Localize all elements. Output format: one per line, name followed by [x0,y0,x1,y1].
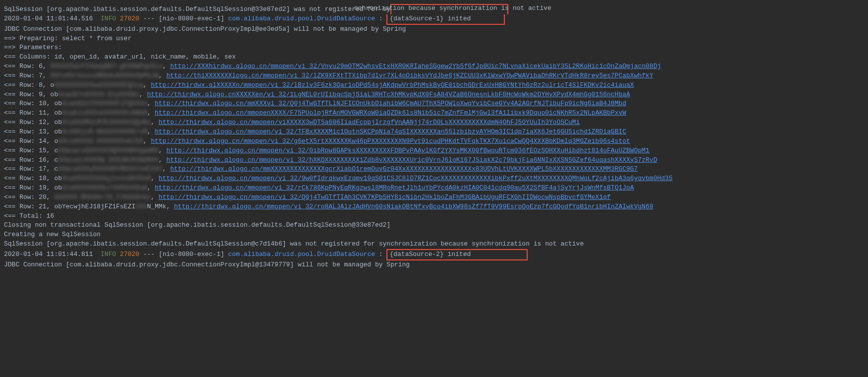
row-prefix: <== Row: 15, c [4,147,58,154]
avatar-url-link[interactable]: http://XXXhirdwx.qlogo.cn/mmopen/vi_32/V… [170,63,661,70]
log-line: Creating a new SqlSession [4,230,864,240]
table-row: <== Row: 6, XXXXXXwvfIXewg9DY-gKXHmPqeXi… [4,62,864,71]
log-line: 2020-01-04 11:01:44.811 INFO 27020 --- [… [4,249,864,260]
log-line: ==> Parameters: [4,43,864,53]
redacted-text: XcwXXXXXXXGcrXXXXXXOuA [62,184,147,191]
table-row: <== Row: 15, cXXecwru8XXXXX5QXXXNXXppmMX… [4,146,864,156]
colon: : [375,251,386,258]
avatar-url-link[interactable]: http://thirdwx.qlogo.cn/mmopen/vi_32/ro8… [174,203,653,210]
highlight-box-1: {dataSource-1} inited [386,14,504,25]
redacted-text: XXecwru8XXXXX5QXXXNXXppmMX [58,147,159,154]
table-row: <== Row: 12, obXcwXXXMULM7ESXXXXXSQvBs, … [4,118,864,127]
pid: 27020 [120,251,139,258]
log-level: INFO [101,15,116,22]
row-prefix: <== Row: 14, o [4,137,58,145]
thread: [nio-8080-exec-1] [159,15,224,22]
row-prefix: <== Row: 10, ob [4,100,62,107]
table-row: <== Row: 8, oXXXXXXXXXXwaXXXXXXFQiLw, ht… [4,81,864,90]
redacted-text: XXX [135,203,147,210]
row-sep: , [139,91,147,98]
avatar-url-link[interactable]: http://thirdwx.qlogo.cn/mmopen/vi_32/TFB… [155,128,626,135]
log-msg: {dataSource-1} inited [389,15,471,22]
logger-name: com.alibaba.druid.pool.DruidDataSource [228,15,375,22]
table-row: <== Row: 21, obYecwjhEJ18jFZ1FsEZIXXXN_M… [4,202,864,212]
avatar-url-link[interactable]: http://thirdwx.qlogo.cn/mmopen/vi_32/hXK… [166,156,657,164]
row-prefix: <== Row: 20, [4,193,54,201]
row-prefix: <== Row: 9, ob [4,91,58,98]
table-row: <== Row: 20, XXXXXX.MXXXbr70_fJXXX6nkc, … [4,193,864,202]
row-mid: N_MMk [147,203,166,210]
table-row: <== Row: 13, obXcXXXjcR-HbXXXXXXXErvM, h… [4,127,864,137]
row-sep: , [166,203,174,210]
avatar-url-link[interactable]: http://thirdwx.qlXXXXXn/mmopen/vi_32/lBz… [151,81,634,89]
avatar-url-link[interactable]: http://thirdwx.qlogo.cn/mmopen/vi_32/Q0j… [159,193,611,201]
redacted-text: XcwXXXXXXXXqjzvxu9XXXa8 [62,175,151,182]
row-sep: , [151,119,159,126]
pid: 27020 [120,15,139,22]
log-line: SqlSession [org.apache.ibatis.session.de… [4,240,864,249]
thread: [nio-8080-exec-1] [159,251,224,258]
row-sep: , [147,109,155,117]
row-prefix: <== Row: 12, ob [4,119,62,126]
row-prefix: <== Row: 16, c [4,156,58,164]
avatar-url-link[interactable]: http://thirdwx.qlogo.cn/mmopen/vi_32/g6e… [151,137,630,145]
avatar-url-link[interactable]: http://thirdwx.qlogo.cn/mmopen/viXXXXX3w… [159,119,580,126]
table-row: <== Row: 19, obXcwXXXXXXXGcrXXXXXXOuA, h… [4,184,864,193]
row-prefix: <== Row: 11, ob [4,109,62,117]
redacted-text: XXXXXXXXXXwaXXXXXXFQiLw [54,81,143,89]
log-line: <== Columns: id, open_id, avatar_url, ni… [4,53,864,62]
row-sep: , [159,72,166,79]
avatar-url-link[interactable]: http://thirdwx.qlogo.cn/mmopen/vi_32/9w0… [159,175,673,182]
sep: --- [143,15,155,22]
redacted-text: XXYoXXrUoxvsMDS4oXXXXk6bPbJA [51,72,159,79]
table-row: <== Row: 18, obXcwXXXXXXXXqjzvxu9XXXa8, … [4,174,864,184]
log-line: ==> Preparing: select * from user [4,34,864,44]
row-sep: , [143,137,151,145]
row-prefix: <== Row: 19, ob [4,184,62,191]
avatar-url-link[interactable]: http://thirdwx.qlogo.cn/mmopen/vi_32/0ib… [166,147,650,154]
avatar-url-link[interactable]: http://thirdwx.qlogo.cn/mmopenXXXX/F75PU… [155,109,626,117]
row-sep: , [151,193,159,201]
row-sep: , [151,175,159,182]
avatar-url-link[interactable]: http://thirdwx.qlogo.cnXXXXXen/vi_32/1Lg… [147,91,630,98]
redacted-text: XcXXXjcR-HbXXXXXXXErvM [62,128,147,135]
avatar-url-link[interactable]: http://thirdwx.qlogo.cn/mmXXXXXXXXXXXXXX… [170,165,638,173]
colon: : [375,15,386,22]
redacted-text: XXecwXXXy5XXXXPFMXXXth4FXXY [58,165,163,173]
avatar-url-link[interactable]: http://thiXXXXXXXlogo.cn/mmopen/vi_32/lZ… [166,72,653,79]
highlight-box-2: {dataSource-2} inited [386,249,528,260]
avatar-url-link[interactable]: http://thirdwx.qlogo.cn/mmopen/vi_32/rCk… [155,184,634,191]
row-sep: , [147,128,155,135]
log-line: Closing non transactional SqlSession [or… [4,221,864,230]
row-prefix: <== Row: 7, [4,72,51,79]
log-line: JDBC Connection [com.alibaba.druid.proxy… [4,25,864,34]
redacted-text: XcwkA1UJXXXXXXFiFQXXXs [62,100,147,107]
log-line: 2020-01-04 11:01:44.516 INFO 27020 --- [… [4,14,864,25]
sep: --- [143,251,155,258]
redacted-text: XXXXXX.MXXXbr70_fJXXX6nkc [54,193,151,201]
table-row: <== Row: 11, obXcwkisXXXskXXXXXXxXNXA, h… [4,109,864,118]
row-sep: , [159,147,166,154]
avatar-url-link[interactable]: http://thirdwx.qlogo.cn/mmXXXvi_32/Q0j4T… [155,100,626,107]
redacted-text: XcwkisXXXskXXXXXXxXNXA [62,109,147,117]
table-row: <== Row: 9, obXcwoG7nXXXXX-ElyXX90c, htt… [4,90,864,100]
log-line: <== Total: 16 [4,212,864,221]
log-text: SqlSession [org.apache.ibatis.session.de… [4,5,390,13]
row-prefix: <== Row: 18, ob [4,175,62,182]
log-line: JDBC Connection [com.alibaba.druid.proxy… [4,260,864,270]
redacted-text: XXXXXXwvfIXewg9DY-gKXHmPqeXis [51,63,163,70]
row-sep: , [143,81,151,89]
log-text-cont: nchronization because synchronization is… [354,4,551,13]
row-sep: , [163,165,170,173]
timestamp: 2020-01-04 11:01:44.516 [4,15,93,22]
redacted-text: XcwoG7nXXXXX-ElyXX90c [58,91,139,98]
logger-name: com.alibaba.druid.pool.DruidDataSource [228,251,375,258]
row-prefix: <== Row: 13, ob [4,128,62,135]
row-sep: , [163,63,170,70]
row-prefix: <== Row: 6, [4,63,51,70]
redacted-text: XXecwlcXXXXW_5XX2BUXXADRXX [58,156,159,164]
row-sep: , [147,184,155,191]
table-row: <== Row: 14, oXXcxXXXXd-XXXXXXXxKl5X, ht… [4,137,864,146]
row-sep: , [147,100,155,107]
timestamp: 2020-01-04 11:01:44.811 [4,251,93,258]
